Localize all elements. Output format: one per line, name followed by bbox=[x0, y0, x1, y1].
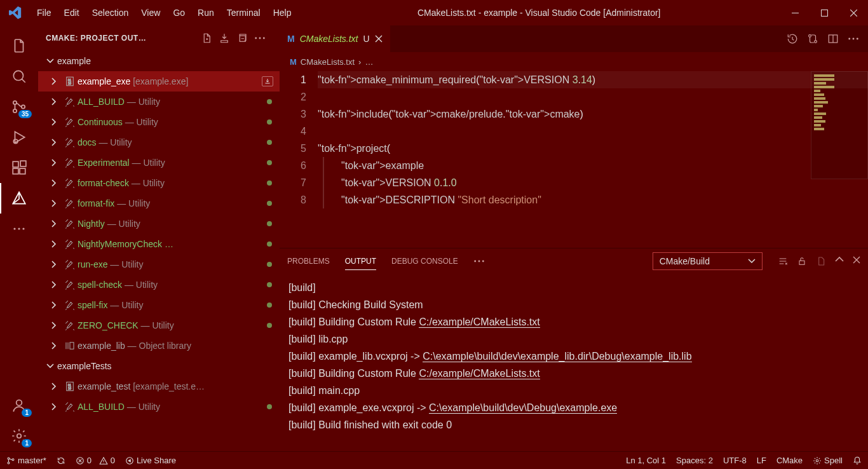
menu-selection[interactable]: Selection bbox=[86, 8, 135, 18]
cursor-pos-item[interactable]: Ln 1, Col 1 bbox=[626, 456, 666, 465]
tree-item-spell-check[interactable]: spell-check — Utility bbox=[38, 275, 280, 295]
tree-item-example-lib[interactable]: example_lib — Object library bbox=[38, 336, 280, 356]
spell-item[interactable]: Spell bbox=[813, 456, 843, 465]
tree-item-all-build[interactable]: ALL_BUILD — Utility bbox=[38, 92, 280, 112]
more-editor-icon[interactable] bbox=[848, 37, 859, 41]
maximize-button[interactable] bbox=[810, 0, 839, 25]
target-icon bbox=[62, 299, 78, 311]
panel: PROBLEMSOUTPUTDEBUG CONSOLE CMake/Build … bbox=[280, 248, 868, 451]
open-log-icon[interactable] bbox=[816, 256, 826, 266]
tree-item-label: Continuous — Utility bbox=[78, 117, 267, 127]
tree-item-all-build[interactable]: ALL_BUILD — Utility bbox=[38, 397, 280, 417]
new-file-icon[interactable] bbox=[201, 32, 219, 44]
menu-edit[interactable]: Edit bbox=[58, 8, 86, 18]
spaces-item[interactable]: Spaces: 2 bbox=[676, 456, 713, 465]
source-control-icon[interactable]: 35 bbox=[4, 92, 34, 122]
svg-rect-0 bbox=[792, 13, 799, 13]
target-icon bbox=[62, 157, 78, 168]
panel-tab-problems[interactable]: PROBLEMS bbox=[287, 253, 330, 269]
svg-point-2 bbox=[13, 71, 23, 80]
encoding-item[interactable]: UTF-8 bbox=[723, 456, 747, 465]
eol-item[interactable]: LF bbox=[757, 456, 766, 465]
sync-item[interactable] bbox=[57, 456, 65, 465]
breadcrumb[interactable]: M CMakeLists.txt › … bbox=[280, 52, 868, 71]
svg-point-34 bbox=[482, 261, 484, 262]
minimize-button[interactable] bbox=[780, 0, 810, 25]
more-activity-icon[interactable] bbox=[4, 214, 34, 244]
target-icon: 0110 bbox=[62, 76, 78, 87]
svg-point-19 bbox=[263, 37, 265, 39]
code-lines[interactable]: "tok-fn">cmake_minimum_required("tok-var… bbox=[318, 71, 868, 248]
diff-icon[interactable] bbox=[807, 33, 818, 44]
menu-run[interactable]: Run bbox=[191, 8, 220, 18]
tree-item-label: format-fix — Utility bbox=[78, 198, 267, 208]
tree-item-spell-fix[interactable]: spell-fix — Utility bbox=[38, 295, 280, 315]
tree-item-continuous[interactable]: Continuous — Utility bbox=[38, 112, 280, 132]
target-icon bbox=[62, 116, 78, 128]
scm-badge: 35 bbox=[18, 110, 32, 118]
more-actions-icon[interactable] bbox=[254, 36, 272, 40]
menu-file[interactable]: File bbox=[31, 8, 58, 18]
tab-cmakelists[interactable]: M CMakeLists.txt U bbox=[280, 25, 390, 52]
account-icon[interactable]: 1 bbox=[4, 390, 34, 421]
explorer-icon[interactable] bbox=[4, 31, 34, 61]
menu-go[interactable]: Go bbox=[166, 8, 191, 18]
extensions-icon[interactable] bbox=[4, 153, 34, 183]
build-target-icon[interactable] bbox=[262, 76, 273, 86]
notifications-item[interactable] bbox=[853, 456, 862, 465]
target-icon bbox=[62, 198, 78, 209]
tree-root-example[interactable]: example bbox=[38, 51, 280, 71]
tree-item-zero-check[interactable]: ZERO_CHECK — Utility bbox=[38, 315, 280, 336]
tab-label: CMakeLists.txt bbox=[300, 34, 358, 44]
build-all-icon[interactable] bbox=[219, 32, 236, 44]
panel-tab-debug-console[interactable]: DEBUG CONSOLE bbox=[391, 253, 458, 269]
tab-close-icon[interactable] bbox=[375, 35, 383, 43]
output-content[interactable]: [build] [build] Checking Build System[bu… bbox=[280, 274, 868, 451]
split-editor-icon[interactable] bbox=[827, 33, 839, 44]
clear-output-icon[interactable] bbox=[778, 256, 788, 266]
collapse-all-icon[interactable] bbox=[236, 32, 254, 44]
tree-item-experimental[interactable]: Experimental — Utility bbox=[38, 153, 280, 173]
settings-icon[interactable]: 1 bbox=[4, 421, 34, 451]
search-icon[interactable] bbox=[4, 61, 34, 92]
branch-item[interactable]: master* bbox=[6, 456, 46, 465]
lock-scroll-icon[interactable] bbox=[797, 256, 807, 266]
account-badge: 1 bbox=[22, 409, 32, 417]
timeline-icon[interactable] bbox=[787, 33, 798, 44]
menu-terminal[interactable]: Terminal bbox=[220, 8, 267, 18]
tree-item-label: example_exe [example.exe] bbox=[78, 76, 262, 86]
close-button[interactable] bbox=[839, 0, 868, 25]
tree-item-nightlymemorycheck-[interactable]: NightlyMemoryCheck … bbox=[38, 234, 280, 254]
run-debug-icon[interactable] bbox=[4, 122, 34, 153]
tree-item-run-exe[interactable]: run-exe — Utility bbox=[38, 254, 280, 275]
tree-item-example-exe[interactable]: 0110example_exe [example.exe] bbox=[38, 71, 280, 92]
panel-more-icon[interactable] bbox=[473, 259, 485, 263]
menu-help[interactable]: Help bbox=[267, 8, 298, 18]
svg-point-14 bbox=[17, 400, 22, 405]
tree-item-docs[interactable]: docs — Utility bbox=[38, 132, 280, 153]
svg-point-37 bbox=[8, 462, 10, 464]
settings-badge: 1 bbox=[22, 439, 32, 447]
tree-item-nightly[interactable]: Nightly — Utility bbox=[38, 214, 280, 234]
svg-point-11 bbox=[13, 228, 15, 229]
panel-tab-output[interactable]: OUTPUT bbox=[345, 253, 376, 270]
output-channel-select[interactable]: CMake/Build bbox=[653, 252, 763, 270]
modified-dot-icon bbox=[267, 119, 272, 125]
tree-item-format-check[interactable]: format-check — Utility bbox=[38, 173, 280, 193]
statusbar: master* 0 0 Live Share Ln 1, Col 1 Space… bbox=[0, 451, 868, 469]
problems-item[interactable]: 0 0 bbox=[76, 456, 115, 465]
menu-view[interactable]: View bbox=[135, 8, 166, 18]
lang-item[interactable]: CMake bbox=[776, 456, 803, 465]
panel-close-icon[interactable] bbox=[853, 256, 860, 266]
tree-root-exampletests[interactable]: exampleTests bbox=[38, 356, 280, 376]
tree-item-example-test[interactable]: 0110example_test [example_test.e… bbox=[38, 376, 280, 397]
code-area[interactable]: 12345678 "tok-fn">cmake_minimum_required… bbox=[280, 71, 868, 248]
tree-item-format-fix[interactable]: format-fix — Utility bbox=[38, 193, 280, 214]
minimap[interactable] bbox=[811, 71, 868, 179]
cmake-icon[interactable] bbox=[4, 183, 34, 214]
liveshare-item[interactable]: Live Share bbox=[125, 456, 176, 465]
tab-modified-badge: U bbox=[363, 34, 369, 44]
modified-dot-icon bbox=[267, 160, 272, 165]
chevron-right-icon bbox=[51, 219, 62, 228]
panel-maximize-icon[interactable] bbox=[835, 256, 844, 266]
